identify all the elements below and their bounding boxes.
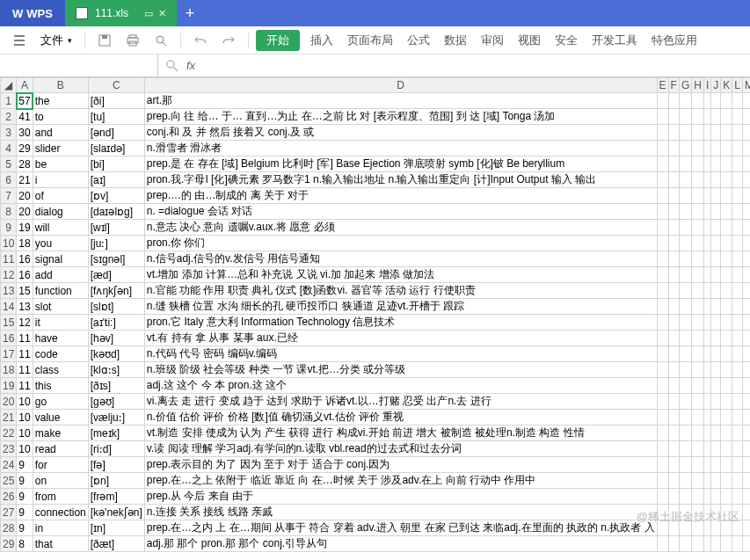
cell[interactable]: 41: [17, 109, 33, 125]
cell[interactable]: [657, 299, 668, 315]
cell[interactable]: [692, 536, 704, 552]
column-header[interactable]: B: [33, 78, 88, 93]
spreadsheet-grid[interactable]: ◢ABCDEFGHIJKLM 157the[ði] art.那241to[tu]…: [0, 77, 750, 552]
cell[interactable]: [668, 283, 679, 299]
cell[interactable]: [711, 283, 721, 299]
cell[interactable]: [732, 425, 743, 441]
cell[interactable]: [743, 394, 750, 410]
cell[interactable]: [743, 156, 750, 172]
cell[interactable]: n.信号adj.信号的v.发信号 用信号通知: [144, 251, 657, 267]
cell[interactable]: [668, 204, 679, 220]
hamburger-icon[interactable]: [7, 30, 32, 51]
cell[interactable]: [bi]: [88, 156, 144, 172]
cell[interactable]: on: [33, 473, 88, 489]
cell[interactable]: [711, 457, 721, 473]
row-header[interactable]: 2: [1, 109, 17, 125]
cell[interactable]: [692, 251, 704, 267]
row-header[interactable]: 10: [1, 236, 17, 251]
tab-menu-icon[interactable]: ▭: [144, 8, 153, 19]
cell[interactable]: [692, 267, 704, 283]
cell[interactable]: [711, 156, 721, 172]
row-header[interactable]: 14: [1, 299, 17, 315]
ribbon-tab[interactable]: 视图: [511, 30, 548, 50]
cell[interactable]: pron.我.字母I [化]碘元素 罗马数字1 n.输入输出地址 n.输入输出重…: [144, 172, 657, 188]
new-tab-button[interactable]: +: [177, 0, 203, 26]
close-tab-icon[interactable]: ✕: [158, 8, 166, 19]
cell[interactable]: [721, 93, 732, 109]
cell[interactable]: slider: [33, 141, 88, 156]
cell[interactable]: vt.增加 添加 计算…总和 补充说 又说 vi.加 加起来 增添 做加法: [144, 267, 657, 283]
cell[interactable]: [679, 267, 691, 283]
cell[interactable]: 57: [17, 93, 33, 109]
cell[interactable]: read: [33, 441, 88, 457]
column-header[interactable]: M: [743, 78, 750, 93]
cell[interactable]: pron.它 Italy 意大利 Information Technology …: [144, 315, 657, 331]
row-header[interactable]: 24: [1, 457, 17, 473]
formula-input[interactable]: [202, 60, 743, 72]
row-header[interactable]: 27: [1, 505, 17, 520]
cell[interactable]: [668, 425, 679, 441]
cell[interactable]: [721, 315, 732, 331]
cell[interactable]: and: [33, 125, 88, 141]
cell[interactable]: [743, 220, 750, 236]
cell[interactable]: [692, 378, 704, 394]
row-header[interactable]: 1: [1, 93, 17, 109]
cell[interactable]: [slɒt]: [88, 299, 144, 315]
cell[interactable]: pron.你 你们: [144, 236, 657, 251]
cell[interactable]: [743, 378, 750, 394]
row-header[interactable]: 30: [1, 552, 17, 553]
preview-button[interactable]: [149, 30, 173, 51]
cell[interactable]: [711, 172, 721, 188]
cell[interactable]: [tu]: [88, 109, 144, 125]
cell[interactable]: [721, 125, 732, 141]
cell[interactable]: signal: [33, 251, 88, 267]
cell[interactable]: [657, 220, 668, 236]
cell[interactable]: [679, 156, 691, 172]
cell[interactable]: [668, 473, 679, 489]
cell[interactable]: [711, 425, 721, 441]
cell[interactable]: [711, 299, 721, 315]
cell[interactable]: 19: [17, 220, 33, 236]
cell[interactable]: [711, 204, 721, 220]
cell[interactable]: [703, 441, 710, 457]
cell[interactable]: n.滑雪者 滑冰者: [144, 141, 657, 156]
cell[interactable]: [679, 251, 691, 267]
cell[interactable]: [679, 441, 691, 457]
cell[interactable]: 20: [17, 188, 33, 204]
cell[interactable]: [679, 109, 691, 125]
cell[interactable]: [692, 473, 704, 489]
cell[interactable]: [692, 172, 704, 188]
cell[interactable]: [692, 109, 704, 125]
cell[interactable]: [riːd]: [88, 441, 144, 457]
cell[interactable]: [732, 267, 743, 283]
column-header[interactable]: A: [17, 78, 33, 93]
name-box-input[interactable]: [5, 60, 152, 72]
cell[interactable]: [668, 536, 679, 552]
cell[interactable]: code: [33, 346, 88, 362]
cell[interactable]: [732, 473, 743, 489]
cell[interactable]: prep.向 往 给… 于… 直到…为止 在…之前 比 对 [表示程度、范围] …: [144, 109, 657, 125]
cell[interactable]: [743, 362, 750, 378]
cell[interactable]: [692, 505, 704, 520]
cell[interactable]: [711, 378, 721, 394]
document-tab[interactable]: 111.xls ▭ ✕: [65, 0, 177, 26]
cell[interactable]: [732, 204, 743, 220]
cell[interactable]: [ɒn]: [88, 473, 144, 489]
cell[interactable]: [fə]: [88, 457, 144, 473]
cell[interactable]: prep.在…之上 依附于 临近 靠近 向 在…时候 关于 涉及adv.在上 向…: [144, 473, 657, 489]
cell[interactable]: 11: [17, 362, 33, 378]
cell[interactable]: [679, 315, 691, 331]
cell[interactable]: [703, 378, 710, 394]
cell[interactable]: [aɪ'ti:]: [88, 315, 144, 331]
row-header[interactable]: 4: [1, 141, 17, 156]
cell[interactable]: [679, 172, 691, 188]
cell[interactable]: 20: [17, 204, 33, 220]
cell[interactable]: [732, 188, 743, 204]
cell[interactable]: [711, 331, 721, 346]
cell[interactable]: [743, 315, 750, 331]
cell[interactable]: from: [33, 489, 88, 505]
cell[interactable]: [657, 473, 668, 489]
cell[interactable]: [692, 410, 704, 425]
cell[interactable]: [721, 109, 732, 125]
cell[interactable]: [743, 473, 750, 489]
